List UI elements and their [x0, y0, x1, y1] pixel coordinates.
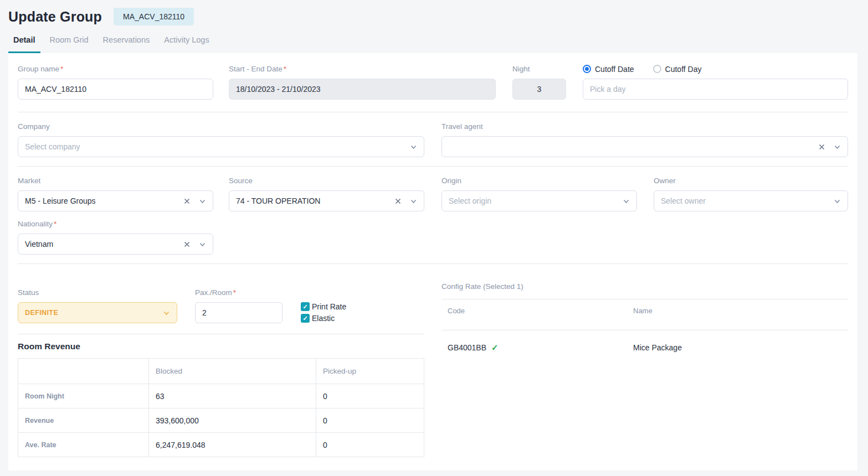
chevron-down-icon[interactable]: [623, 198, 630, 205]
market-label: Market: [18, 176, 213, 185]
pax-room-input[interactable]: [195, 302, 283, 323]
row-label: Room Night: [18, 384, 149, 408]
blocked-value: 63: [149, 384, 316, 408]
chevron-down-icon[interactable]: [163, 309, 170, 317]
start-end-date-label: Start - End Date*: [229, 64, 496, 74]
group-name-label: Group name*: [18, 64, 213, 74]
picked-up-column-header: Picked-up: [316, 359, 424, 384]
chevron-down-icon[interactable]: [410, 198, 417, 205]
tab-room-grid[interactable]: Room Grid: [45, 32, 94, 53]
picked-up-value: 0: [316, 408, 424, 433]
cutoff-day-input[interactable]: [583, 79, 848, 100]
night-input: [512, 79, 566, 100]
table-row: Room Night 63 0: [18, 384, 424, 408]
status-value: DEFINITE: [25, 309, 58, 317]
page-header: Update Group MA_ACV_182110: [0, 0, 868, 26]
room-revenue-table: Blocked Picked-up Room Night 63 0 Revenu…: [18, 358, 424, 457]
company-label: Company: [18, 122, 424, 131]
status-select[interactable]: DEFINITE: [18, 302, 177, 323]
picked-up-value: 0: [316, 433, 424, 457]
travel-agent-label: Travel agent: [441, 122, 848, 131]
tab-detail[interactable]: Detail: [8, 32, 40, 53]
nationality-label: Nationality*: [18, 219, 213, 229]
market-value: M5 - Leisure Groups: [25, 196, 96, 205]
rate-name: Mice Package: [633, 343, 848, 352]
clear-icon[interactable]: [394, 198, 402, 205]
group-code-badge: MA_ACV_182110: [114, 8, 194, 25]
table-header-row: Blocked Picked-up: [18, 359, 424, 384]
cutoff-day-radio[interactable]: Cutoff Day: [653, 65, 702, 74]
clear-icon[interactable]: [183, 198, 191, 205]
page-title: Update Group: [8, 9, 102, 25]
checkbox-checked-icon: ✓: [301, 314, 310, 323]
config-rate-row[interactable]: GB4001BB ✓ Mice Package: [441, 330, 848, 358]
required-marker: *: [54, 220, 57, 228]
row-label: Revenue: [18, 408, 149, 433]
config-rate-title: Config Rate (Selected 1): [441, 282, 848, 291]
detail-form-card: Group name* Start - End Date* Night Cuto…: [8, 53, 857, 470]
code-column-header: Code: [441, 307, 633, 315]
rate-options: ✓ Print Rate ✓ Elastic: [301, 288, 346, 323]
radio-selected-icon: [583, 65, 591, 73]
print-rate-label: Print Rate: [312, 302, 346, 311]
checkbox-checked-icon: ✓: [301, 302, 310, 311]
owner-placeholder: Select owner: [661, 196, 706, 205]
tab-bar: Detail Room Grid Reservations Activity L…: [0, 26, 868, 53]
origin-placeholder: Select origin: [449, 196, 491, 205]
nationality-select[interactable]: Vietnam: [18, 234, 213, 255]
name-column-header: Name: [633, 307, 848, 315]
elastic-checkbox[interactable]: ✓ Elastic: [301, 314, 346, 323]
cutoff-radio-group: Cutoff Date Cutoff Day: [583, 64, 848, 74]
source-select[interactable]: 74 - TOUR OPERATION: [229, 190, 424, 211]
chevron-down-icon[interactable]: [834, 143, 841, 151]
radio-unselected-icon: [653, 65, 661, 73]
chevron-down-icon[interactable]: [199, 198, 206, 205]
chevron-down-icon[interactable]: [410, 143, 417, 151]
tab-reservations[interactable]: Reservations: [98, 32, 155, 53]
elastic-label: Elastic: [312, 314, 335, 323]
start-end-date-input: [229, 79, 496, 100]
pax-room-label: Pax./Room*: [195, 288, 283, 297]
night-label: Night: [512, 64, 566, 74]
market-select[interactable]: M5 - Leisure Groups: [18, 190, 213, 211]
table-row: Ave. Rate 6,247,619.048 0: [18, 433, 424, 457]
room-revenue-title: Room Revenue: [18, 342, 424, 351]
tab-activity-logs[interactable]: Activity Logs: [159, 32, 214, 53]
cutoff-day-radio-label: Cutoff Day: [665, 65, 702, 74]
source-value: 74 - TOUR OPERATION: [236, 196, 320, 205]
owner-label: Owner: [654, 176, 848, 185]
company-select[interactable]: Select company: [18, 136, 424, 157]
company-placeholder: Select company: [25, 142, 80, 151]
travel-agent-select[interactable]: [441, 136, 848, 157]
required-marker: *: [60, 65, 63, 73]
picked-up-value: 0: [316, 384, 424, 408]
print-rate-checkbox[interactable]: ✓ Print Rate: [301, 302, 346, 311]
table-row: Revenue 393,600,000 0: [18, 408, 424, 433]
blocked-column-header: Blocked: [149, 359, 316, 384]
source-label: Source: [229, 176, 424, 185]
blocked-value: 393,600,000: [149, 408, 316, 433]
config-rate-header-row: Code Name: [441, 299, 848, 322]
row-label: Ave. Rate: [18, 433, 149, 457]
required-marker: *: [284, 65, 286, 73]
owner-select[interactable]: Select owner: [654, 190, 848, 211]
chevron-down-icon[interactable]: [834, 198, 841, 205]
blocked-value: 6,247,619.048: [149, 433, 316, 457]
clear-icon[interactable]: [818, 143, 825, 151]
status-label: Status: [18, 288, 177, 297]
origin-select[interactable]: Select origin: [441, 190, 637, 211]
required-marker: *: [233, 288, 236, 297]
nationality-value: Vietnam: [25, 240, 53, 249]
cutoff-date-radio[interactable]: Cutoff Date: [583, 65, 634, 74]
chevron-down-icon[interactable]: [199, 241, 206, 248]
cutoff-date-radio-label: Cutoff Date: [595, 65, 634, 74]
clear-icon[interactable]: [183, 241, 191, 248]
empty-header-cell: [18, 359, 149, 384]
selected-check-icon: ✓: [491, 343, 499, 353]
config-rate-panel: Config Rate (Selected 1) Code Name GB400…: [441, 282, 848, 358]
origin-label: Origin: [441, 176, 637, 185]
group-name-input[interactable]: [18, 79, 213, 100]
rate-code: GB4001BB: [448, 343, 486, 352]
